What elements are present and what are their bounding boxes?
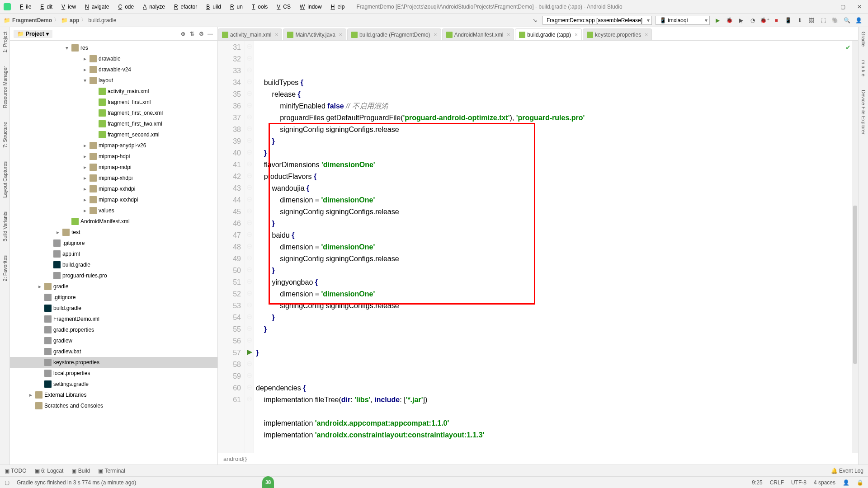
menu-refactor[interactable]: Refactor <box>169 2 200 11</box>
file-encoding[interactable]: UTF-8 <box>791 479 807 486</box>
collapse-panel-icon[interactable]: — <box>207 31 214 37</box>
tree-item-mipmap-xxhdpi[interactable]: ▸mipmap-xxhdpi <box>10 183 217 194</box>
breadcrumb-module[interactable]: app <box>70 17 79 23</box>
left-rail-resource-manager[interactable]: Resource Manager <box>2 66 8 108</box>
bottom-tool-todo[interactable]: ▣ TODO <box>5 468 27 474</box>
lock-icon[interactable]: 🔒 <box>857 479 863 486</box>
bottom-tool-build[interactable]: ▣ Build <box>71 468 90 474</box>
search-everywhere-icon[interactable]: 🔍 <box>842 15 852 25</box>
menu-analyze[interactable]: Analyze <box>137 2 168 11</box>
tree-item-fragment-first-xml[interactable]: fragment_first.xml <box>10 97 217 108</box>
event-log-button[interactable]: 🔔 Event Log <box>831 468 863 474</box>
close-button[interactable]: ✕ <box>854 3 864 11</box>
close-tab-icon[interactable]: × <box>507 32 510 38</box>
breadcrumb-file[interactable]: build.gradle <box>88 17 116 23</box>
tree-item-mipmap-hdpi[interactable]: ▸mipmap-hdpi <box>10 151 217 162</box>
left-rail-7-structure[interactable]: 7: Structure <box>2 122 8 148</box>
expand-icon[interactable]: ⇅ <box>189 31 196 37</box>
coverage-button[interactable]: ▶̣ <box>736 15 746 25</box>
device-select[interactable]: 📱 imxiaoqi <box>656 16 710 25</box>
project-tree[interactable]: ▾res▸drawable▸drawable-v24▾layoutactivit… <box>10 41 217 465</box>
close-tab-icon[interactable]: × <box>575 32 578 38</box>
tab-mainactivity-java[interactable]: MainActivity.java× <box>283 28 346 40</box>
tree-item-app-iml[interactable]: app.iml <box>10 249 217 259</box>
profile-button[interactable]: ◔ <box>748 15 758 25</box>
menu-tools[interactable]: Tools <box>246 2 270 11</box>
tab-keystore-properties[interactable]: keystore.properties× <box>583 28 652 40</box>
tree-item-proguard-rules-pro[interactable]: proguard-rules.pro <box>10 270 217 281</box>
tree-item-values[interactable]: ▸values <box>10 205 217 216</box>
vertical-scrollbar[interactable] <box>852 41 858 453</box>
tree-item-mipmap-xxxhdpi[interactable]: ▸mipmap-xxxhdpi <box>10 194 217 205</box>
tab-build-gradle-app-[interactable]: build.gradle (:app)× <box>515 28 582 40</box>
breadcrumb-root[interactable]: FragmentDemo <box>12 17 52 23</box>
tree-item-layout[interactable]: ▾layout <box>10 75 217 86</box>
menu-window[interactable]: Window <box>294 2 325 11</box>
sync-icon[interactable]: ↘ <box>530 15 540 25</box>
tree-item-local-properties[interactable]: local.properties <box>10 368 217 379</box>
memory-indicator[interactable]: 38 <box>262 476 274 488</box>
tree-item-activity-main-xml[interactable]: activity_main.xml <box>10 86 217 97</box>
tree-item-mipmap-mdpi[interactable]: ▸mipmap-mdpi <box>10 162 217 173</box>
maximize-button[interactable]: ▢ <box>838 3 848 11</box>
code-crumb-bar[interactable]: android{} <box>218 453 858 465</box>
debug-button[interactable]: 🐞 <box>724 15 734 25</box>
tab-activity-main-xml[interactable]: activity_main.xml× <box>218 28 282 40</box>
tree-item-external-libraries[interactable]: ▸External Libraries <box>10 389 217 400</box>
project-view-select[interactable]: 📁 Project ▾ <box>14 30 52 38</box>
tree-item-settings-gradle[interactable]: settings.gradle <box>10 379 217 389</box>
breadcrumb[interactable]: 📁FragmentDemo 〉 📁app 〉 build.gradle <box>4 16 116 24</box>
menu-navigate[interactable]: Navigate <box>80 2 112 11</box>
right-rail-gradle[interactable]: Gradle <box>861 32 866 47</box>
right-rail-m-a-k-e[interactable]: m a k e <box>861 60 866 76</box>
close-tab-icon[interactable]: × <box>339 32 342 38</box>
indent-setting[interactable]: 4 spaces <box>814 479 835 486</box>
resource-manager-icon[interactable]: 🖼 <box>807 15 816 25</box>
minimize-button[interactable]: — <box>821 3 831 11</box>
left-rail-2-favorites[interactable]: 2: Favorites <box>2 255 8 281</box>
sdk-manager-icon[interactable]: ⬇ <box>795 15 805 25</box>
tree-item-fragment-second-xml[interactable]: fragment_second.xml <box>10 129 217 140</box>
tree-item-fragmentdemo-iml[interactable]: FragmentDemo.iml <box>10 314 217 324</box>
close-tab-icon[interactable]: × <box>434 32 437 38</box>
tree-item-keystore-properties[interactable]: keystore.properties <box>10 357 217 368</box>
gradle-sync-icon[interactable]: 🐘 <box>830 15 840 25</box>
attach-debugger-button[interactable]: 🐞⁺ <box>760 15 769 25</box>
tree-item-res[interactable]: ▾res <box>10 42 217 53</box>
left-rail-build-variants[interactable]: Build Variants <box>2 211 8 242</box>
left-rail-1-project[interactable]: 1: Project <box>2 32 8 52</box>
menu-vcs[interactable]: VCS <box>271 2 293 11</box>
tab-androidmanifest-xml[interactable]: AndroidManifest.xml× <box>442 28 514 40</box>
menu-file[interactable]: File <box>14 2 34 11</box>
fold-gutter[interactable]: ⊖⊖⊖⊖⊖⊖⊖⊖⊖⊖⊖⊖⊖⊖⊖⊖⊖⊖⊖⊖⊖⊖⊖⊖⊖⊖▶⊖⊖⊖⊖ <box>245 41 254 453</box>
tree-item-build-gradle[interactable]: build.gradle <box>10 303 217 314</box>
menu-help[interactable]: Help <box>326 2 348 11</box>
tree-item-scratches-and-consoles[interactable]: Scratches and Consoles <box>10 400 217 411</box>
tree-item-androidmanifest-xml[interactable]: AndroidManifest.xml <box>10 216 217 227</box>
bottom-tool-6-logcat[interactable]: ▣ 6: Logcat <box>35 468 64 474</box>
right-rail-device-file-explorer[interactable]: Device File Explorer <box>861 90 866 134</box>
tree-item-drawable[interactable]: ▸drawable <box>10 53 217 64</box>
menu-view[interactable]: View <box>56 2 79 11</box>
tree-item--gitignore[interactable]: .gitignore <box>10 292 217 303</box>
tree-item-test[interactable]: ▸test <box>10 227 217 238</box>
locate-icon[interactable]: ⊕ <box>179 31 187 37</box>
left-rail-layout-captures[interactable]: Layout Captures <box>2 161 8 198</box>
tree-item-mipmap-anydpi-v26[interactable]: ▸mipmap-anydpi-v26 <box>10 140 217 151</box>
close-tab-icon[interactable]: × <box>275 32 278 38</box>
tree-item-mipmap-xhdpi[interactable]: ▸mipmap-xhdpi <box>10 173 217 183</box>
tree-item-drawable-v24[interactable]: ▸drawable-v24 <box>10 64 217 75</box>
code-editor[interactable]: ✔ buildTypes { release { minifyEnabled f… <box>254 41 852 453</box>
inspection-icon[interactable]: 👤 <box>843 479 849 486</box>
menu-edit[interactable]: Edit <box>35 2 55 11</box>
cursor-position[interactable]: 9:25 <box>752 479 762 486</box>
tree-item-gradle-properties[interactable]: gradle.properties <box>10 324 217 335</box>
tree-item-fragment-first-two-xml[interactable]: fragment_first_two.xml <box>10 118 217 129</box>
tree-item-build-gradle[interactable]: build.gradle <box>10 259 217 270</box>
stop-button[interactable]: ■ <box>771 15 781 25</box>
run-button[interactable]: ▶ <box>712 15 722 25</box>
tab-build-gradle-fragmentdemo-[interactable]: build.gradle (FragmentDemo)× <box>347 28 441 40</box>
tree-item--gitignore[interactable]: .gitignore <box>10 238 217 249</box>
run-config-select[interactable]: FragmentDemo:app [assembleRelease] <box>542 16 652 25</box>
user-icon[interactable]: 👤 <box>854 15 863 25</box>
